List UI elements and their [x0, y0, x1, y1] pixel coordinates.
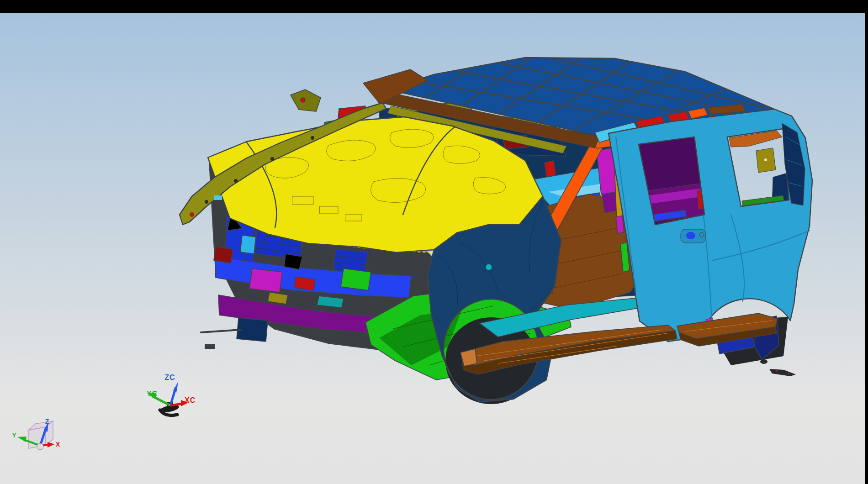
fender-hole-teal	[486, 264, 492, 270]
view-z-label: Z	[45, 418, 49, 425]
apron-hole	[270, 157, 274, 161]
part-dot	[776, 370, 778, 372]
part-dot	[788, 373, 789, 374]
front-magenta-block[interactable]	[249, 268, 282, 292]
small-rail-part[interactable]	[769, 369, 796, 376]
apron-hole	[311, 136, 314, 140]
wcs-triad[interactable]: ZC YC XC	[147, 374, 196, 416]
wcs-z-arrowhead	[173, 382, 178, 393]
apron-hole	[234, 179, 238, 183]
front-probe-line	[201, 330, 241, 332]
view-y-arrowhead	[17, 437, 26, 442]
wcs-z-label: ZC	[164, 374, 175, 381]
bodyside-skin[interactable]	[609, 109, 812, 342]
pillar-trim-magenta[interactable]	[616, 216, 624, 234]
letterbox-top-bar	[0, 0, 868, 13]
model-canvas[interactable]: ZC YC XC Z Y X	[0, 0, 868, 484]
door-lock-blue	[686, 232, 695, 239]
front-red-block[interactable]	[214, 247, 233, 263]
view-x-arrowhead	[48, 442, 54, 447]
letterbox-right-bar	[865, 0, 868, 484]
apron-red-dot	[190, 212, 194, 217]
mirror-flag[interactable]	[291, 89, 321, 111]
view-y-label: Y	[12, 431, 16, 439]
bracket-hole	[764, 158, 767, 161]
origin-sphere[interactable]	[37, 443, 43, 450]
front-red-chip[interactable]	[294, 277, 315, 290]
mirror-flag-dot	[301, 98, 305, 102]
apron-hole	[205, 200, 208, 204]
view-x-label: X	[56, 441, 60, 448]
front-orange-chip[interactable]	[284, 254, 302, 269]
wcs-x-label: XC	[185, 396, 196, 404]
apron-cyan-chip	[214, 195, 222, 200]
front-cyan-chip[interactable]	[240, 235, 256, 254]
loose-parts[interactable]	[760, 359, 796, 376]
front-probe-nub	[205, 344, 215, 349]
front-green-block[interactable]	[341, 268, 371, 290]
wcs-y-label: YC	[147, 390, 158, 398]
small-bracket[interactable]	[760, 359, 767, 364]
view-orientation-triad[interactable]: Z Y X	[12, 418, 60, 450]
cad-application-window: ZC YC XC Z Y X	[0, 0, 868, 484]
